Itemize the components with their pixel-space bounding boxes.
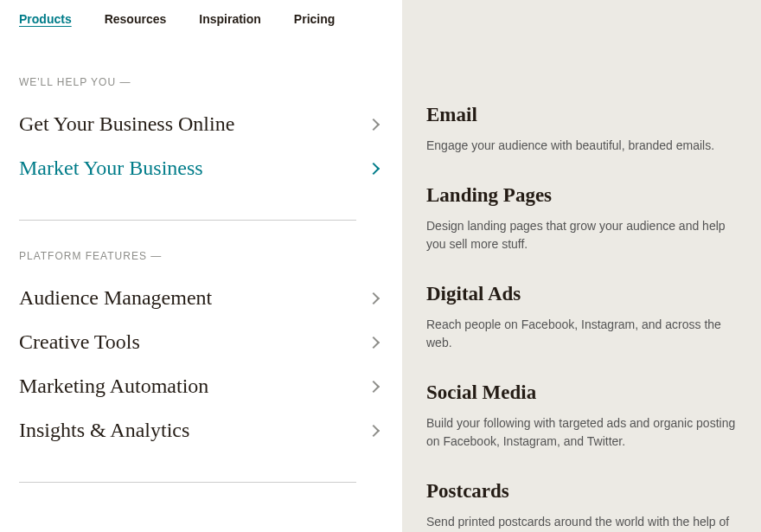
feature-social-media[interactable]: Social Media Build your following with t… — [426, 381, 737, 451]
menu-get-business-online[interactable]: Get Your Business Online — [19, 102, 385, 146]
menu-item-label: Audience Management — [19, 286, 212, 310]
feature-title: Social Media — [426, 381, 737, 404]
feature-desc: Engage your audience with beautiful, bra… — [426, 137, 737, 155]
feature-email[interactable]: Email Engage your audience with beautifu… — [426, 104, 737, 155]
platform-features-menu: Audience Management Creative Tools Marke… — [19, 276, 385, 452]
feature-landing-pages[interactable]: Landing Pages Design landing pages that … — [426, 184, 737, 253]
chevron-right-icon — [368, 162, 380, 174]
menu-item-label: Creative Tools — [19, 330, 140, 354]
top-nav: Products Resources Inspiration Pricing — [19, 12, 385, 26]
section-platform-features-label: PLATFORM FEATURES — — [19, 250, 385, 262]
menu-item-label: Marketing Automation — [19, 375, 208, 398]
chevron-right-icon — [368, 336, 380, 348]
nav-products[interactable]: Products — [19, 12, 72, 26]
feature-postcards[interactable]: Postcards Send printed postcards around … — [426, 480, 737, 531]
menu-item-label: Get Your Business Online — [19, 112, 234, 136]
section-help-you-label: WE'LL HELP YOU — — [19, 76, 385, 88]
menu-marketing-automation[interactable]: Marketing Automation — [19, 364, 385, 408]
chevron-right-icon — [368, 118, 380, 130]
feature-desc: Build your following with targeted ads a… — [426, 414, 737, 451]
chevron-right-icon — [368, 424, 380, 436]
feature-desc: Design landing pages that grow your audi… — [426, 217, 737, 253]
menu-item-label: Market Your Business — [19, 157, 203, 180]
feature-desc: Reach people on Facebook, Instagram, and… — [426, 316, 737, 352]
chevron-right-icon — [368, 292, 380, 304]
nav-resources[interactable]: Resources — [105, 12, 167, 26]
left-panel: Products Resources Inspiration Pricing W… — [0, 0, 402, 532]
menu-market-your-business[interactable]: Market Your Business — [19, 146, 385, 190]
menu-audience-management[interactable]: Audience Management — [19, 276, 385, 320]
feature-title: Digital Ads — [426, 283, 737, 305]
nav-inspiration[interactable]: Inspiration — [199, 12, 261, 26]
menu-insights-analytics[interactable]: Insights & Analytics — [19, 408, 385, 452]
menu-item-label: Insights & Analytics — [19, 419, 189, 442]
divider — [19, 482, 356, 483]
feature-desc: Send printed postcards around the world … — [426, 513, 737, 531]
menu-creative-tools[interactable]: Creative Tools — [19, 320, 385, 364]
nav-pricing[interactable]: Pricing — [294, 12, 335, 26]
right-panel: Email Engage your audience with beautifu… — [402, 0, 761, 532]
divider — [19, 220, 356, 221]
feature-title: Email — [426, 104, 737, 126]
help-you-menu: Get Your Business Online Market Your Bus… — [19, 102, 385, 190]
feature-title: Postcards — [426, 480, 737, 503]
chevron-right-icon — [368, 380, 380, 392]
feature-title: Landing Pages — [426, 184, 737, 207]
feature-digital-ads[interactable]: Digital Ads Reach people on Facebook, In… — [426, 283, 737, 352]
